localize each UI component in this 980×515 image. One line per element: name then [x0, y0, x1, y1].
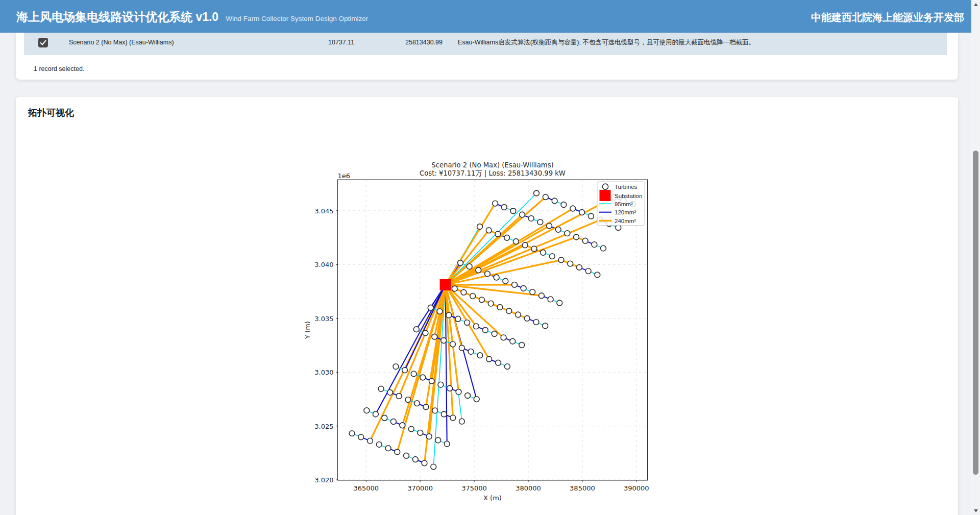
app-title: 海上风电场集电线路设计优化系统 v1.0 — [16, 9, 218, 25]
y-tick-label: 3.020 — [314, 476, 333, 484]
turbine-marker — [441, 338, 447, 344]
legend-label: Turbines — [615, 184, 638, 190]
turbine-marker — [531, 246, 537, 252]
turbine-marker — [450, 415, 456, 421]
app-subtitle: Wind Farm Collector System Design Optimi… — [226, 15, 368, 22]
turbine-marker — [426, 434, 432, 439]
turbine-marker — [585, 268, 591, 274]
turbine-marker — [485, 271, 491, 277]
turbine-marker — [539, 293, 545, 299]
turbine-marker — [474, 397, 479, 402]
turbine-marker — [393, 364, 399, 370]
y-tick-label: 3.040 — [314, 261, 333, 268]
cable-240mm — [446, 209, 573, 285]
turbine-marker — [547, 223, 552, 229]
turbine-marker — [524, 315, 530, 321]
table-row[interactable]: Scenario 2 (No Max) (Esau-Williams) 1073… — [24, 33, 947, 55]
turbine-marker — [464, 320, 470, 326]
scrollbar-thumb[interactable] — [973, 151, 978, 475]
turbine-marker — [447, 385, 453, 391]
turbine-marker — [438, 382, 444, 387]
turbine-marker — [444, 441, 450, 447]
app-header: 海上风电场集电线路设计优化系统 v1.0 Wind Farm Collector… — [0, 0, 971, 33]
row-checkbox[interactable] — [38, 38, 48, 47]
turbine-marker — [501, 205, 507, 210]
turbine-marker — [534, 190, 540, 196]
x-tick-label: 365000 — [353, 484, 379, 492]
axis-offset-text: 1e6 — [338, 172, 351, 180]
x-tick-label: 375000 — [461, 484, 487, 492]
y-tick-label: 3.035 — [314, 315, 333, 323]
selection-status: 1 record selected. — [34, 65, 84, 72]
cost-cell: 10737.11 — [328, 39, 405, 46]
turbine-marker — [412, 457, 418, 462]
scenario-name-cell: Scenario 2 (No Max) (Esau-Williams) — [61, 39, 328, 46]
turbine-marker — [413, 327, 419, 332]
turbine-marker — [522, 242, 528, 248]
turbine-marker — [423, 404, 429, 410]
turbine-marker — [510, 338, 516, 344]
turbine-marker — [458, 260, 463, 266]
turbine-marker — [467, 264, 472, 269]
turbine-marker — [548, 297, 553, 302]
turbine-marker — [552, 198, 557, 204]
turbine-marker — [501, 335, 506, 340]
turbine-marker — [431, 464, 436, 470]
chart-title-line2: Cost: ¥10737.11万 | Loss: 25813430.99 kW — [420, 169, 566, 178]
y-tick-label: 3.045 — [314, 207, 333, 215]
turbine-marker — [411, 371, 416, 377]
scrollbar-down-button[interactable] — [971, 506, 980, 515]
turbine-marker — [513, 239, 519, 244]
turbine-marker — [541, 250, 546, 255]
turbine-marker — [423, 330, 428, 336]
turbine-marker — [450, 341, 456, 347]
turbine-marker — [385, 446, 391, 451]
turbine-marker — [482, 327, 488, 333]
turbine-marker — [376, 442, 382, 448]
legend-label: Substation — [615, 193, 642, 199]
page-scrollbar[interactable] — [971, 0, 980, 515]
turbine-marker — [555, 227, 561, 232]
turbine-marker — [533, 320, 539, 325]
scroll-down-icon — [974, 509, 978, 512]
turbine-marker — [486, 228, 492, 233]
turbine-marker — [494, 275, 499, 280]
legend-label: 240mm² — [615, 218, 636, 224]
turbine-marker — [459, 419, 465, 424]
turbine-marker — [521, 286, 526, 291]
y-tick-label: 3.025 — [314, 423, 333, 430]
turbine-marker — [595, 272, 600, 278]
turbine-marker — [488, 301, 494, 306]
turbine-marker — [446, 312, 452, 318]
turbine-marker — [435, 437, 441, 443]
turbine-marker — [492, 331, 497, 337]
turbine-marker — [565, 231, 570, 236]
checkmark-path — [40, 40, 45, 44]
scrollbar-up-button[interactable] — [971, 0, 980, 9]
turbine-marker — [378, 386, 384, 391]
x-axis-label: X (m) — [483, 494, 502, 502]
scroll-up-icon — [974, 3, 978, 6]
turbine-marker — [474, 324, 479, 329]
turbine-marker — [582, 238, 588, 243]
turbine-marker — [349, 431, 355, 436]
turbine-marker — [570, 206, 576, 211]
row-checkbox-cell — [24, 38, 61, 47]
turbine-marker — [395, 449, 400, 455]
turbine-marker — [455, 316, 461, 322]
turbine-marker — [402, 367, 408, 373]
turbine-marker — [549, 254, 555, 259]
turbine-marker — [504, 364, 510, 370]
turbine-marker — [364, 408, 370, 413]
turbine-marker — [414, 401, 420, 406]
turbine-marker — [589, 213, 594, 219]
turbine-marker — [422, 460, 427, 466]
cable-240mm — [446, 220, 600, 285]
substation-marker — [440, 279, 451, 290]
turbine-marker — [601, 246, 606, 251]
results-card: Scenario 2 (No Max) (Esau-Williams) 1073… — [16, 33, 958, 80]
turbine-marker — [408, 426, 414, 432]
turbine-marker — [432, 408, 438, 413]
turbine-marker — [373, 411, 378, 417]
legend-substation-marker — [600, 190, 611, 201]
